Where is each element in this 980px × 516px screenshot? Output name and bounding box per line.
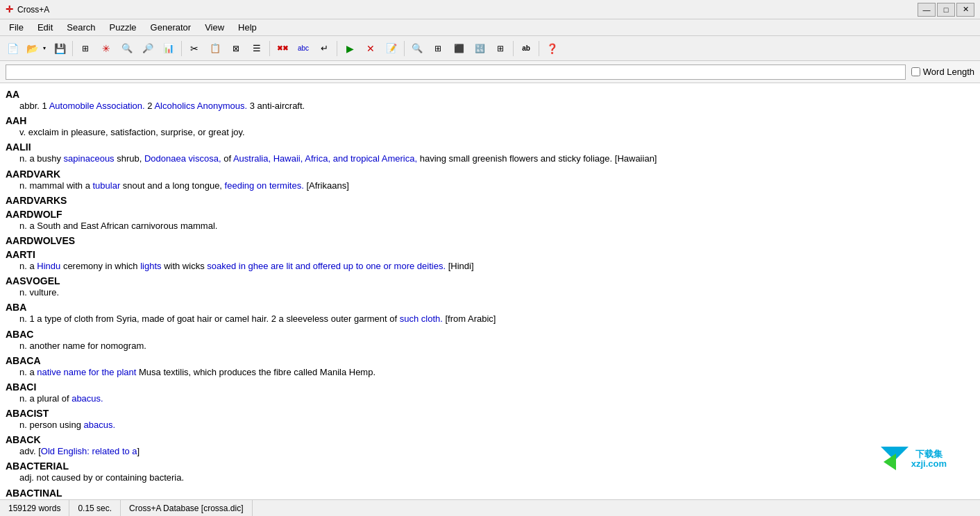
toolbar-sep-4 [337, 41, 337, 56]
entry-aasvogel: AASVOGEL n. vulture. [6, 275, 974, 299]
toolbar-cut[interactable]: ✂ [185, 39, 204, 58]
word-abaca: ABACA [6, 355, 974, 366]
entry-aardvarks: AARDVARKS [6, 195, 974, 206]
def-aasvogel: n. vulture. [19, 286, 974, 299]
link-alcoholics[interactable]: Alcoholics Anonymous. [154, 101, 247, 111]
toolbar-sep-6 [513, 41, 514, 56]
toolbar-special[interactable]: 🔣 [470, 39, 489, 58]
menu-generator[interactable]: Generator [144, 20, 198, 35]
toolbar-find[interactable]: 🔍 [117, 39, 137, 58]
entry-aback: ABACK adv. [Old English: related to a] [6, 434, 974, 458]
toolbar-find2[interactable]: 🔎 [138, 39, 158, 58]
toolbar-open-arrow[interactable]: ▾ [40, 39, 49, 58]
link-such-cloth[interactable]: such cloth. [400, 313, 443, 324]
toolbar-star[interactable]: ✳ [96, 39, 116, 58]
word-aarti: AARTI [6, 249, 974, 260]
menu-search[interactable]: Search [60, 20, 101, 35]
menu-file[interactable]: File [3, 20, 30, 35]
link-feeding[interactable]: feeding on termites. [225, 180, 304, 191]
word-aardwolf: AARDWOLF [6, 209, 974, 220]
toolbar-list[interactable]: ☰ [247, 39, 267, 58]
entry-aalii: AALII n. a bushy sapinaceous shrub, Dodo… [6, 141, 974, 165]
title-bar-controls: — □ ✕ [918, 3, 974, 17]
toolbar-sep-3 [269, 41, 270, 56]
toolbar-new[interactable]: 📄 [3, 39, 22, 58]
toolbar-grid3[interactable]: ⊞ [491, 39, 510, 58]
toolbar-grid2[interactable]: ⊞ [428, 39, 448, 58]
toolbar-grid[interactable]: ⊞ [76, 39, 95, 58]
link-tubular[interactable]: tubular [92, 180, 120, 191]
toolbar-stop[interactable]: ✕ [361, 39, 380, 58]
toolbar-paste[interactable]: 📋 [205, 39, 225, 58]
link-australia[interactable]: Australia, Hawaii, Africa, and tropical … [233, 153, 417, 164]
def-abacist: n. person using abacus. [19, 419, 974, 431]
word-aalii: AALII [6, 141, 974, 153]
entry-aba: ABA n. 1 a type of cloth from Syria, mad… [6, 302, 974, 325]
menu-edit[interactable]: Edit [31, 20, 59, 35]
toolbar-block[interactable]: ⬛ [449, 39, 468, 58]
word-aardwolves: AARDWOLVES [6, 235, 974, 246]
toolbar-ab[interactable]: ab [516, 39, 536, 58]
status-database: Cross+A Database [crossa.dic] [121, 500, 252, 516]
link-native-name[interactable]: native name for the plant [37, 367, 136, 377]
entry-aarti: AARTI n. a Hindu ceremony in which light… [6, 249, 974, 273]
entry-aardwolves: AARDWOLVES [6, 235, 974, 246]
link-sapinaceous[interactable]: sapinaceous [64, 153, 115, 164]
word-aba: ABA [6, 302, 974, 313]
minimize-button[interactable]: — [918, 3, 936, 17]
toolbar-open[interactable]: 📂 [24, 39, 40, 58]
def-abacterial: adj. not caused by or containing bacteri… [19, 472, 974, 484]
word-aardvarks: AARDVARKS [6, 195, 974, 206]
toolbar-open-dropdown[interactable]: 📂 ▾ [24, 39, 49, 58]
entry-aah: AAH v. exclaim in pleasure, satisfaction… [6, 115, 974, 139]
word-abac: ABAC [6, 329, 974, 340]
toolbar-xx[interactable]: ✖✖ [273, 39, 292, 58]
def-abaci: n. a plural of abacus. [19, 393, 974, 405]
def-aardvark: n. mammal with a tubular snout and a lon… [19, 180, 974, 192]
menu-help[interactable]: Help [232, 20, 263, 35]
entry-abacterial: ABACTERIAL adj. not caused by or contain… [6, 461, 974, 484]
word-length-area: Word Length [911, 67, 974, 77]
toolbar-search2[interactable]: 🔍 [407, 39, 427, 58]
link-abacus2[interactable]: abacus. [84, 420, 116, 430]
def-aah: v. exclaim in pleasure, satisfaction, su… [19, 126, 974, 139]
link-dodonaea[interactable]: Dodonaea viscosa, [144, 153, 221, 164]
toolbar-edit[interactable]: 📝 [382, 39, 401, 58]
maximize-button[interactable]: □ [937, 3, 955, 17]
entry-abac: ABAC n. another name for nomogram. [6, 329, 974, 352]
link-soaked[interactable]: soaked in ghee are lit and [207, 261, 310, 271]
def-aardwolf: n. a South and East African carnivorous … [19, 220, 974, 232]
def-aba: n. 1 a type of cloth from Syria, made of… [19, 313, 974, 325]
word-abacterial: ABACTERIAL [6, 461, 974, 472]
menu-view[interactable]: View [198, 20, 230, 35]
toolbar-sep-5 [404, 41, 405, 56]
link-abacus[interactable]: abacus. [71, 393, 103, 404]
entry-abactinal: ABACTINAL adj. Zool. (of organisms showi… [6, 488, 974, 499]
toolbar-help[interactable]: ❓ [542, 39, 561, 58]
link-offered[interactable]: offered up to one or more deities. [313, 261, 446, 271]
def-abaca: n. a native name for the plant Musa text… [19, 366, 974, 379]
toolbar-table[interactable]: 📊 [159, 39, 178, 58]
word-aasvogel: AASVOGEL [6, 275, 974, 286]
search-bar: Word Length [0, 61, 980, 83]
link-hindu[interactable]: Hindu [37, 261, 60, 271]
toolbar-clear[interactable]: ⊠ [226, 39, 246, 58]
word-length-checkbox[interactable] [911, 67, 920, 76]
toolbar-enter[interactable]: ↵ [314, 39, 334, 58]
entry-abaci: ABACI n. a plural of abacus. [6, 381, 974, 405]
menu-puzzle[interactable]: Puzzle [103, 20, 143, 35]
entry-aardwolf: AARDWOLF n. a South and East African car… [6, 209, 974, 232]
close-button[interactable]: ✕ [956, 3, 974, 17]
def-aback: adv. [Old English: related to a] [19, 445, 974, 458]
toolbar-abc[interactable]: abc [294, 39, 313, 58]
search-input[interactable] [6, 64, 906, 80]
toolbar-sep-1 [72, 41, 73, 56]
link-lights[interactable]: lights [140, 261, 161, 271]
toolbar-sep-7 [539, 41, 539, 56]
link-automobile[interactable]: Automobile Association. [49, 101, 145, 111]
toolbar-save[interactable]: 💾 [50, 39, 69, 58]
toolbar-sep-2 [181, 41, 182, 56]
app-title: Cross+A [17, 5, 49, 15]
toolbar-play[interactable]: ▶ [340, 39, 360, 58]
link-old-english[interactable]: Old English: related to a [41, 446, 137, 456]
